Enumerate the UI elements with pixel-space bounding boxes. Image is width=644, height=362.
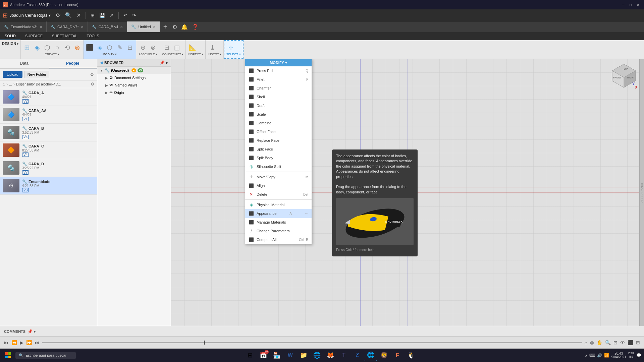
inspect-group[interactable]: 📐 INSPECT ▾ (186, 40, 206, 59)
modify-menu-header[interactable]: MODIFY ▾ (245, 59, 312, 66)
create-icon-3[interactable]: ⬡ (42, 43, 52, 52)
browser-more-icon[interactable]: ▸ (166, 60, 168, 65)
timeline-play-button[interactable]: ▶ (20, 340, 23, 345)
menu-item-physical-material[interactable]: ◈ Physical Material (245, 200, 312, 209)
panel-tab-data[interactable]: Data (0, 59, 49, 68)
viewport-pan-icon[interactable]: ✋ (597, 340, 602, 345)
browser-item-root[interactable]: ▼ 🔧 (Unsaved) ● ⏱ (97, 67, 171, 74)
menu-item-fillet[interactable]: ⬛ Fillet F (245, 75, 312, 84)
taskbar-app-other[interactable]: 🐧 (405, 349, 417, 361)
viewport-home-icon[interactable]: ⌂ (585, 340, 587, 345)
close-button[interactable]: ✕ (635, 2, 641, 7)
viewport-zoom-icon[interactable]: 🔍 (605, 340, 611, 345)
ribbon-tab-solid[interactable]: SOLID (0, 32, 20, 40)
browser-item-doc-settings[interactable]: ▶ ⚙ Document Settings (97, 74, 171, 81)
menu-item-replace-face[interactable]: ⬛ Replace Face (245, 136, 312, 145)
menu-item-shell[interactable]: ⬛ Shell (245, 93, 312, 101)
create-icon-5[interactable]: ⟲ (62, 43, 72, 52)
taskbar-app-file[interactable]: 📁 (298, 349, 310, 361)
close-tab-cara-b[interactable]: ✕ (120, 25, 123, 29)
viewport-grid-icon[interactable]: ⊞ (636, 340, 640, 345)
menu-item-appearance[interactable]: ⬛ Appearance A ⋯ (245, 209, 312, 218)
tab-ensamblado[interactable]: 🔧 Ensamblado v3* ✕ (0, 21, 47, 32)
menu-item-scale[interactable]: ⬛ Scale (245, 110, 312, 119)
design-group[interactable]: DESIGN ▾ (0, 40, 21, 59)
maximize-button[interactable]: □ (627, 2, 634, 7)
assemble-icon-2[interactable]: ⊗ (148, 43, 158, 52)
taskbar-app-chrome[interactable]: 🌐 (311, 349, 323, 361)
minimize-button[interactable]: ─ (620, 2, 627, 7)
view-cube[interactable]: TOP RIGHT FRONT X Y (610, 62, 637, 89)
menu-item-split-body[interactable]: ⬛ Split Body (245, 154, 312, 162)
create-icon-1[interactable]: ⊞ (22, 43, 32, 52)
create-group[interactable]: ⊞ ◈ ⬡ ○ ⟲ ⊛ CREATE ▾ (21, 40, 84, 59)
ribbon-tab-tools[interactable]: TOOLS (82, 32, 104, 40)
taskbar-app-word[interactable]: W (284, 349, 296, 361)
breadcrumb-settings-icon[interactable]: ⚙ (91, 82, 94, 86)
select-group[interactable]: ⊹ SELECT ▾ (224, 40, 244, 59)
add-tab-button[interactable]: + (160, 23, 171, 31)
viewport-view-icon[interactable]: 👁 (620, 340, 625, 345)
viewport-fit-icon[interactable]: ⊡ (613, 340, 618, 345)
notification-icon[interactable]: 🔔 (179, 24, 190, 30)
modify-icon-1[interactable]: ⬛ (85, 43, 94, 52)
browser-root-expand[interactable]: ▼ (100, 69, 103, 72)
comments-pin-icon[interactable]: 📌 (28, 329, 33, 334)
menu-item-manage-materials[interactable]: ⬛ Manage Materials (245, 218, 312, 227)
create-icon-4[interactable]: ○ (52, 43, 62, 52)
tray-icons[interactable]: ∧ (585, 354, 587, 357)
taskbar-app-zoom[interactable]: Z (351, 349, 363, 361)
menu-item-align[interactable]: ⬛ Align (245, 181, 312, 190)
browser-origin-expand[interactable]: ▶ (105, 91, 108, 95)
canvas-area[interactable]: TOP RIGHT FRONT X Y MODIFY ▾ ⬛ Press Pul… (171, 59, 644, 326)
close-panel-icon[interactable]: ✕ (75, 11, 82, 19)
timeline-bar[interactable] (42, 342, 582, 343)
taskbar-app-task-view[interactable]: ⊞ (244, 349, 256, 361)
timeline-end-button[interactable]: ⏭ (35, 340, 39, 345)
taskbar-app-edge[interactable]: 🌐 (365, 349, 377, 361)
modify-group[interactable]: ⬛ ◈ ⬡ ✎ ⊟ MODIFY ▾ (84, 40, 136, 59)
panel-tab-people[interactable]: People (49, 59, 97, 68)
close-tab-cara-d[interactable]: ✕ (81, 25, 84, 29)
browser-item-origin[interactable]: ▶ ✳ Origin (97, 89, 171, 96)
ribbon-tab-sheet-metal[interactable]: SHEET METAL (47, 32, 82, 40)
taskbar-app-teams[interactable]: T (338, 349, 350, 361)
modify-icon-4[interactable]: ✎ (115, 43, 124, 52)
browser-doc-expand[interactable]: ▶ (105, 76, 108, 80)
menu-item-chamfer[interactable]: ⬛ Chamfer (245, 84, 312, 93)
insert-group[interactable]: ⤓ INSERT ▾ (206, 40, 223, 59)
viewport-display-icon[interactable]: ⬛ (628, 340, 633, 345)
menu-item-combine[interactable]: ⬛ Combine (245, 119, 312, 127)
menu-item-press-pull[interactable]: ⬛ Press Pull Q (245, 66, 312, 75)
browser-pin-icon[interactable]: 📌 (160, 60, 165, 65)
settings-tab-icon[interactable]: ⚙ (170, 24, 179, 30)
speaker-icon[interactable]: 🔊 (597, 353, 602, 358)
modify-icon-2[interactable]: ◈ (95, 43, 104, 52)
select-icon[interactable]: ⊹ (226, 43, 236, 52)
menu-item-delete[interactable]: ✕ Delete Del (245, 190, 312, 199)
tab-cara-d[interactable]: 🔧 CARA_D v7* ✕ (47, 21, 88, 32)
save-icon[interactable]: 💾 (98, 12, 106, 19)
time-display[interactable]: 20:43 5/04/2021 (611, 352, 626, 359)
canvas-grid[interactable]: TOP RIGHT FRONT X Y MODIFY ▾ ⬛ Press Pul… (171, 59, 644, 326)
network-icon[interactable]: 📶 (604, 353, 609, 358)
construct-icon-1[interactable]: ⊟ (162, 43, 171, 52)
modify-icon-5[interactable]: ⊟ (125, 43, 135, 52)
menu-item-silhouette-split[interactable]: ◎ Silhouette Split (245, 162, 312, 171)
start-button[interactable] (3, 350, 13, 361)
taskbar-app-fusion[interactable]: F (391, 349, 404, 361)
file-item-cara-b[interactable]: 🔩 🔧 CARA_B 3:52:33 PM V4 (0, 124, 97, 141)
ribbon-tab-surface[interactable]: SURFACE (20, 32, 47, 40)
file-item-cara-a[interactable]: 🔷 🔧 CARA_A 4/4/21 V2 (0, 88, 97, 106)
construct-group[interactable]: ⊟ ◫ CONSTRUCT ▾ (160, 40, 186, 59)
menu-item-move-copy[interactable]: ✛ Move/Copy M (245, 173, 312, 181)
file-item-cara-d[interactable]: 🔩 🔧 CARA_D 3:25:22 PM V7 (0, 159, 97, 177)
file-item-cara-c[interactable]: 🔶 🔧 CARA_C 8:27:53 AM V4 (0, 141, 97, 159)
modify-icon-3[interactable]: ⬡ (105, 43, 114, 52)
notification-center-icon[interactable]: 💬 (636, 353, 641, 358)
timeline-next-button[interactable]: ⏩ (26, 340, 32, 345)
browser-views-expand[interactable]: ▶ (105, 83, 108, 87)
construct-icon-2[interactable]: ◫ (172, 43, 181, 52)
taskbar-app-store[interactable]: 🏪 (271, 349, 283, 361)
sync-icon[interactable]: ⟳ (55, 11, 62, 19)
